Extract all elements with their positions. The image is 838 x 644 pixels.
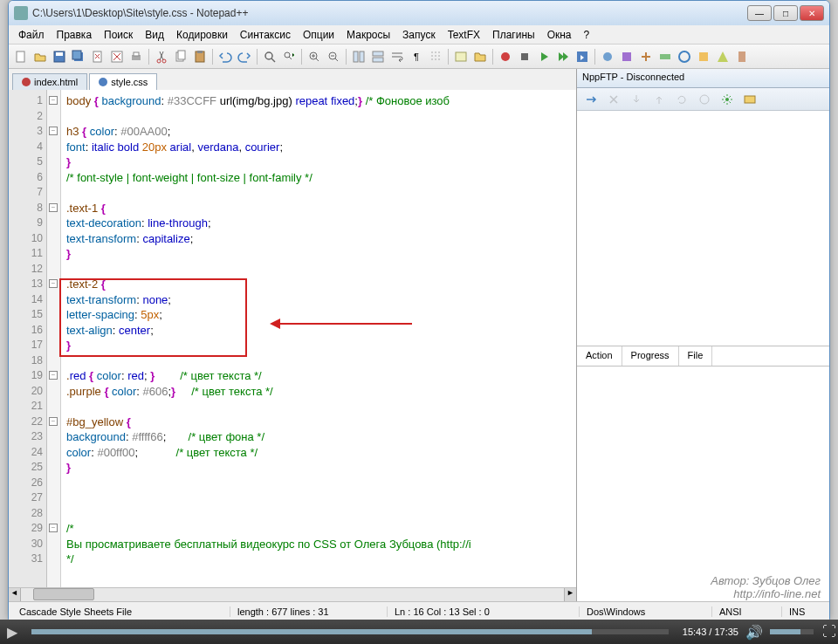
code-line[interactable]: Вы просматриваете бесплатный видеокурс п… (66, 537, 571, 552)
ftp-messages-icon[interactable] (741, 91, 759, 108)
menu-плагины[interactable]: Плагины (486, 27, 541, 43)
code-text[interactable]: body { background: #33CCFF url(img/bg.jp… (61, 90, 576, 587)
code-line[interactable]: text-transform: none; (66, 292, 571, 308)
undo-icon[interactable] (216, 48, 234, 65)
code-line[interactable]: /* (66, 521, 571, 537)
code-line[interactable]: } (66, 338, 571, 353)
code-line[interactable]: */ (66, 552, 571, 567)
menu-окна[interactable]: Окна (541, 27, 578, 43)
code-line[interactable] (66, 476, 571, 491)
code-line[interactable]: .text-2 { (66, 277, 571, 292)
plugin1-icon[interactable] (599, 48, 616, 65)
macro-play-icon[interactable] (535, 48, 553, 65)
menu-вид[interactable]: Вид (139, 27, 170, 43)
open-file-icon[interactable] (31, 48, 49, 65)
code-line[interactable] (66, 262, 571, 277)
menu-?[interactable]: ? (578, 27, 596, 43)
close-button[interactable]: ✕ (800, 5, 824, 21)
cut-icon[interactable] (153, 48, 170, 65)
fold-toggle[interactable]: − (49, 127, 58, 135)
menu-макросы[interactable]: Макросы (340, 27, 396, 43)
plugin8-icon[interactable] (733, 48, 751, 65)
zoom-out-icon[interactable] (325, 48, 342, 65)
menu-textfx[interactable]: TextFX (442, 27, 486, 43)
lang-icon[interactable] (452, 48, 470, 65)
zoom-in-icon[interactable] (306, 48, 323, 65)
replace-icon[interactable] (280, 48, 298, 65)
code-line[interactable]: text-transform: capitalize; (66, 231, 571, 247)
code-line[interactable]: .purple { color: #606;} /* цвет текста *… (66, 384, 571, 400)
macro-play-multi-icon[interactable] (554, 48, 572, 65)
code-line[interactable]: .red { color: red; } /* цвет текста */ (66, 368, 571, 384)
fold-toggle[interactable]: − (49, 524, 58, 532)
code-line[interactable]: background: #ffff66; /* цвет фона */ (66, 429, 571, 445)
horizontal-scrollbar[interactable]: ◄ ► (9, 587, 576, 601)
code-line[interactable]: text-align: center; (66, 323, 571, 339)
menu-запуск[interactable]: Запуск (396, 27, 442, 43)
macro-stop-icon[interactable] (516, 48, 533, 65)
wrap-icon[interactable] (388, 48, 406, 65)
code-line[interactable] (66, 399, 571, 414)
menu-кодировки[interactable]: Кодировки (170, 27, 234, 43)
ftp-disconnect-icon[interactable] (605, 91, 622, 108)
tab-index-html[interactable]: index.html (12, 73, 87, 90)
code-line[interactable] (66, 109, 571, 125)
ftp-settings-icon[interactable] (718, 91, 736, 108)
ftp-abort-icon[interactable] (696, 91, 713, 108)
code-area[interactable]: 1234567891011121314151617181920212223242… (9, 90, 576, 587)
ftp-download-icon[interactable] (628, 91, 645, 108)
folder-icon[interactable] (471, 48, 489, 65)
plugin4-icon[interactable] (656, 48, 674, 65)
code-line[interactable]: /* font-style | font-weight | font-size … (66, 170, 571, 186)
code-line[interactable]: .text-1 { (66, 201, 571, 216)
close-all-icon[interactable] (108, 48, 126, 65)
code-line[interactable]: } (66, 154, 571, 170)
macro-record-icon[interactable] (497, 48, 514, 65)
fold-toggle[interactable]: − (49, 279, 58, 288)
plugin3-icon[interactable] (637, 48, 655, 65)
code-line[interactable] (66, 353, 571, 369)
code-line[interactable]: } (66, 460, 571, 476)
sync-v-icon[interactable] (350, 48, 367, 65)
sync-h-icon[interactable] (369, 48, 387, 65)
code-line[interactable]: } (66, 246, 571, 262)
ftp-log[interactable] (577, 367, 829, 601)
new-file-icon[interactable] (12, 48, 30, 65)
find-icon[interactable] (261, 48, 278, 65)
ftp-tab-file[interactable]: File (679, 346, 713, 366)
code-line[interactable]: body { background: #33CCFF url(img/bg.jp… (66, 93, 571, 109)
ftp-tab-action[interactable]: Action (577, 346, 622, 366)
copy-icon[interactable] (172, 48, 189, 65)
menu-файл[interactable]: Файл (12, 27, 51, 43)
save-icon[interactable] (51, 48, 68, 65)
code-line[interactable] (66, 185, 571, 201)
fold-toggle[interactable]: − (49, 371, 58, 380)
code-line[interactable]: #bg_yellow { (66, 414, 571, 430)
plugin5-icon[interactable] (676, 48, 693, 65)
ftp-connect-icon[interactable] (582, 91, 600, 108)
code-line[interactable]: font: italic bold 20px arial, verdana, c… (66, 140, 571, 155)
save-all-icon[interactable] (70, 48, 87, 65)
menu-поиск[interactable]: Поиск (98, 27, 139, 43)
ftp-tab-progress[interactable]: Progress (622, 346, 679, 366)
ftp-upload-icon[interactable] (650, 91, 668, 108)
tab-style-css[interactable]: style.css (89, 73, 157, 90)
minimize-button[interactable]: — (747, 5, 772, 21)
code-line[interactable] (66, 506, 571, 522)
menu-опции[interactable]: Опции (297, 27, 340, 43)
paste-icon[interactable] (191, 48, 209, 65)
menu-синтаксис[interactable]: Синтаксис (234, 27, 297, 43)
code-line[interactable]: letter-spacing: 5px; (66, 307, 571, 323)
fold-toggle[interactable]: − (49, 203, 58, 212)
plugin6-icon[interactable] (695, 48, 712, 65)
code-line[interactable]: color: #00ff00; /* цвет текста */ (66, 445, 571, 461)
code-line[interactable] (66, 490, 571, 506)
macro-save-icon[interactable] (574, 48, 591, 65)
code-line[interactable]: text-decoration: line-through; (66, 216, 571, 231)
ftp-refresh-icon[interactable] (673, 91, 690, 108)
print-icon[interactable] (127, 48, 145, 65)
fold-gutter[interactable]: −−−−−−− (47, 90, 61, 587)
fold-toggle[interactable]: − (49, 417, 58, 426)
ftp-tree[interactable] (577, 111, 829, 346)
close-file-icon[interactable] (89, 48, 106, 65)
